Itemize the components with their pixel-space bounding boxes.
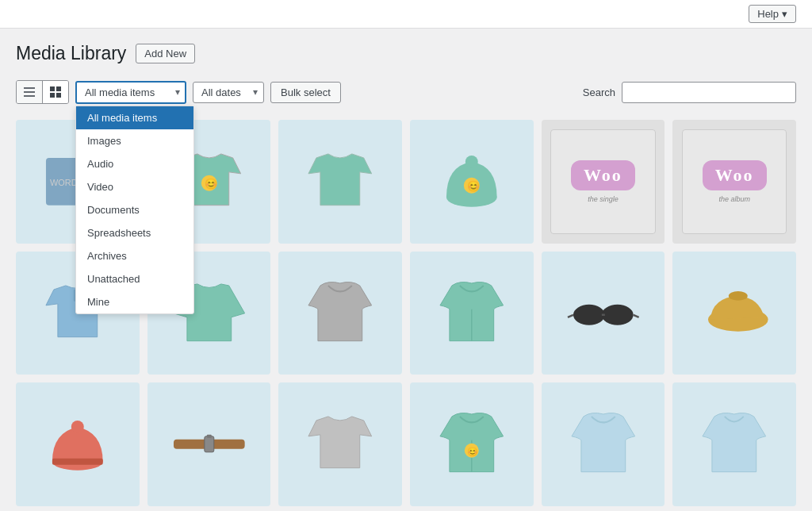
page-header: Media Library Add New bbox=[0, 29, 812, 72]
svg-text:😊: 😊 bbox=[467, 180, 481, 193]
help-button[interactable]: Help ▾ bbox=[749, 5, 796, 23]
search-label: Search bbox=[583, 86, 615, 98]
media-item[interactable] bbox=[542, 252, 665, 375]
media-item[interactable] bbox=[16, 382, 140, 506]
media-item[interactable]: Woo the album bbox=[672, 120, 796, 244]
media-item[interactable] bbox=[672, 252, 796, 375]
dropdown-item-archives[interactable]: Archives bbox=[76, 244, 193, 267]
svg-rect-0 bbox=[24, 87, 35, 89]
svg-rect-4 bbox=[56, 86, 61, 91]
dropdown-item-audio[interactable]: Audio bbox=[76, 152, 193, 175]
svg-rect-3 bbox=[50, 86, 55, 91]
list-icon bbox=[23, 86, 36, 98]
media-item[interactable] bbox=[278, 382, 402, 506]
svg-rect-28 bbox=[205, 436, 214, 452]
view-toggle bbox=[16, 80, 69, 104]
bulk-select-button[interactable]: Bulk select bbox=[270, 82, 341, 103]
list-view-button[interactable] bbox=[17, 81, 42, 103]
toolbar: All media items All media itemsImagesAud… bbox=[0, 72, 812, 112]
dates-filter[interactable]: All dates bbox=[193, 82, 264, 103]
page-title: Media Library bbox=[16, 43, 126, 64]
svg-line-21 bbox=[633, 314, 638, 317]
media-item[interactable] bbox=[147, 382, 271, 506]
dropdown-item-images[interactable]: Images bbox=[76, 129, 193, 152]
dropdown-item-unattached[interactable]: Unattached bbox=[76, 267, 193, 290]
svg-line-20 bbox=[568, 314, 573, 317]
dropdown-item-mine[interactable]: Mine bbox=[76, 290, 193, 313]
grid-view-button[interactable] bbox=[42, 81, 68, 103]
svg-rect-6 bbox=[56, 93, 61, 98]
svg-rect-29 bbox=[206, 435, 211, 438]
media-item[interactable] bbox=[672, 382, 796, 506]
media-item[interactable] bbox=[410, 252, 534, 375]
help-chevron-icon: ▾ bbox=[782, 8, 787, 20]
svg-text:😊: 😊 bbox=[205, 178, 218, 190]
svg-rect-5 bbox=[50, 93, 55, 98]
dropdown-item-documents[interactable]: Documents bbox=[76, 198, 193, 221]
media-item[interactable]: 😊 bbox=[410, 382, 534, 506]
top-bar: Help ▾ bbox=[0, 0, 812, 29]
svg-point-23 bbox=[729, 291, 748, 301]
media-type-filter[interactable]: All media items All media itemsImagesAud… bbox=[75, 81, 186, 104]
svg-point-18 bbox=[601, 305, 633, 325]
media-item[interactable]: 😊 bbox=[410, 120, 534, 244]
svg-point-17 bbox=[573, 305, 605, 325]
media-item[interactable] bbox=[542, 382, 665, 506]
add-new-button[interactable]: Add New bbox=[136, 44, 195, 63]
svg-rect-2 bbox=[24, 95, 35, 97]
svg-point-12 bbox=[465, 156, 478, 168]
media-item[interactable]: Woo the single bbox=[542, 120, 665, 244]
dropdown-item-all[interactable]: All media items bbox=[76, 106, 193, 129]
media-item[interactable] bbox=[278, 252, 402, 375]
svg-rect-26 bbox=[52, 459, 103, 465]
dropdown-item-video[interactable]: Video bbox=[76, 175, 193, 198]
media-item[interactable] bbox=[278, 120, 402, 244]
svg-text:😊: 😊 bbox=[467, 446, 478, 457]
svg-rect-1 bbox=[24, 91, 35, 93]
search-input[interactable] bbox=[622, 82, 796, 103]
dropdown-item-spreadsheets[interactable]: Spreadsheets bbox=[76, 221, 193, 244]
help-label: Help bbox=[757, 8, 779, 20]
dates-filter-wrapper: All dates bbox=[193, 82, 264, 103]
svg-point-25 bbox=[71, 421, 84, 433]
media-type-trigger[interactable]: All media items bbox=[75, 81, 186, 104]
media-type-dropdown: All media itemsImagesAudioVideoDocuments… bbox=[75, 106, 194, 314]
grid-icon bbox=[49, 86, 62, 98]
media-type-label: All media items bbox=[85, 86, 155, 98]
